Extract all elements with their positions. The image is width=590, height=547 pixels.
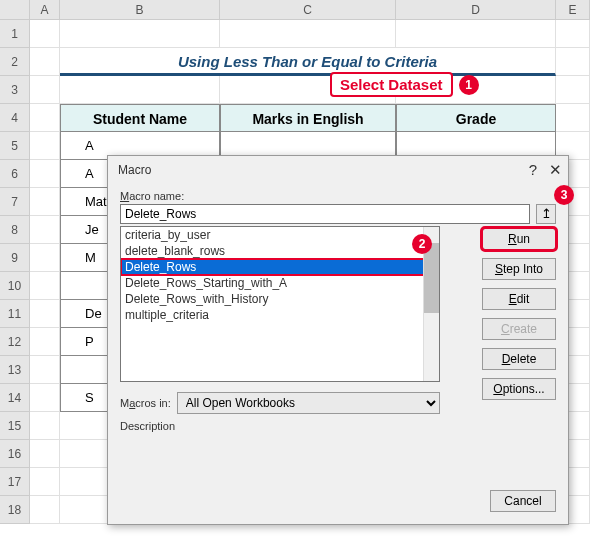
row-head[interactable]: 7	[0, 188, 30, 216]
cancel-button[interactable]: Cancel	[490, 490, 556, 512]
callout-label: Select Dataset	[330, 72, 453, 97]
list-item[interactable]: delete_blank_rows	[121, 243, 439, 259]
row-head[interactable]: 3	[0, 76, 30, 104]
col-head-c[interactable]: C	[220, 0, 396, 19]
table-header-grade: Grade	[396, 104, 556, 132]
sheet-title: Using Less Than or Equal to Criteria	[60, 48, 556, 76]
description-label: Description	[120, 420, 556, 432]
col-head-a[interactable]: A	[30, 0, 60, 19]
reference-icon[interactable]: ↥	[536, 204, 556, 224]
row-head[interactable]: 15	[0, 412, 30, 440]
select-all-corner[interactable]	[0, 0, 30, 19]
column-headers: A B C D E	[0, 0, 590, 20]
step-badge-3: 3	[554, 185, 574, 205]
table-header-name: Student Name	[60, 104, 220, 132]
row-head[interactable]: 17	[0, 468, 30, 496]
step-into-button[interactable]: Step Into	[482, 258, 556, 280]
close-icon[interactable]: ✕	[549, 161, 562, 179]
list-item[interactable]: criteria_by_user	[121, 227, 439, 243]
table-header-marks: Marks in English	[220, 104, 396, 132]
macros-in-select[interactable]: All Open Workbooks	[177, 392, 440, 414]
row-head[interactable]: 10	[0, 272, 30, 300]
row-head[interactable]: 6	[0, 160, 30, 188]
row-head[interactable]: 1	[0, 20, 30, 48]
row-head[interactable]: 2	[0, 48, 30, 76]
col-head-d[interactable]: D	[396, 0, 556, 19]
list-item[interactable]: multiple_criteria	[121, 307, 439, 323]
row-head[interactable]: 11	[0, 300, 30, 328]
help-icon[interactable]: ?	[529, 161, 537, 179]
run-button[interactable]: Run	[482, 228, 556, 250]
col-head-e[interactable]: E	[556, 0, 590, 19]
step-badge-1: 1	[459, 75, 479, 95]
list-item[interactable]: Delete_Rows_with_History	[121, 291, 439, 307]
macro-name-label: Macro name:	[120, 190, 556, 202]
step-badge-2: 2	[412, 234, 432, 254]
macros-in-label: Macros in:	[120, 397, 171, 409]
row-head[interactable]: 12	[0, 328, 30, 356]
col-head-b[interactable]: B	[60, 0, 220, 19]
row-head[interactable]: 9	[0, 244, 30, 272]
macro-dialog: Macro ? ✕ Macro name: ↥ criteria_by_user…	[107, 155, 569, 525]
edit-button[interactable]: Edit	[482, 288, 556, 310]
row-head[interactable]: 16	[0, 440, 30, 468]
row-head[interactable]: 13	[0, 356, 30, 384]
dialog-titlebar[interactable]: Macro ? ✕	[108, 156, 568, 184]
dialog-title: Macro	[118, 163, 151, 177]
macro-listbox[interactable]: criteria_by_user delete_blank_rows Delet…	[120, 226, 440, 382]
list-item-selected[interactable]: Delete_Rows	[121, 259, 439, 275]
callout-select-dataset: Select Dataset 1	[330, 72, 479, 97]
options-button[interactable]: Options...	[482, 378, 556, 400]
create-button: Create	[482, 318, 556, 340]
row-head[interactable]: 5	[0, 132, 30, 160]
row-head[interactable]: 8	[0, 216, 30, 244]
list-item[interactable]: Delete_Rows_Starting_with_A	[121, 275, 439, 291]
row-head[interactable]: 14	[0, 384, 30, 412]
row-head[interactable]: 4	[0, 104, 30, 132]
row-head[interactable]: 18	[0, 496, 30, 524]
delete-button[interactable]: Delete	[482, 348, 556, 370]
macro-name-input[interactable]	[120, 204, 530, 224]
